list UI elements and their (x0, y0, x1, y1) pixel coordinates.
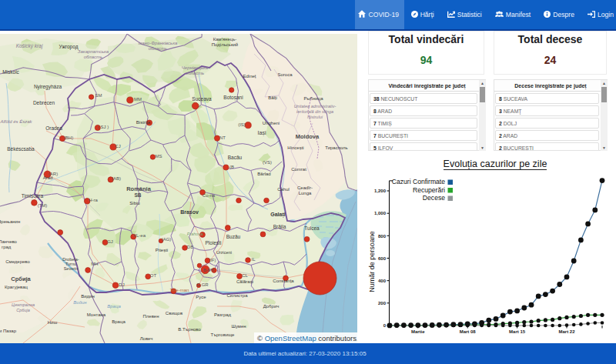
svg-text:Панчево: Панчево (0, 239, 18, 244)
svg-text:Враца: Враца (112, 319, 126, 324)
svg-text:Mart 15: Mart 15 (509, 329, 526, 334)
svg-text:Разград: Разград (214, 312, 232, 317)
svg-text:(IS): (IS) (238, 122, 246, 127)
svg-text:область: область (149, 46, 167, 51)
svg-text:Ужгород: Ужгород (59, 44, 79, 50)
svg-text:Constanța: Constanța (273, 279, 294, 283)
svg-text:Botoșani: Botoșani (223, 95, 243, 101)
svg-text:Шумен: Шумен (231, 324, 246, 329)
svg-text:NT: NT (219, 135, 226, 140)
svg-text:Tulcea: Tulcea (304, 225, 320, 231)
svg-text:Miskolc: Miskolc (2, 69, 19, 75)
svg-text:România: România (126, 185, 152, 192)
svg-text:Bârlad: Bârlad (257, 172, 270, 176)
svg-text:1,000: 1,000 (374, 211, 387, 215)
svg-text:Івано-Франківська: Івано-Франківська (139, 41, 179, 45)
svg-text:Galați: Galați (270, 212, 286, 218)
svg-text:Decese: Decese (423, 194, 445, 202)
svg-text:Alföld és Észak: Alföld és Észak (0, 119, 33, 124)
svg-text:Крагујевац: Крагујевац (5, 285, 28, 289)
svg-text:( SJ ): ( SJ ) (98, 125, 109, 129)
svg-text:Edineț: Edineț (243, 74, 256, 78)
svg-text:Централна: Централна (12, 302, 35, 307)
svg-text:SM: SM (95, 93, 102, 98)
svg-text:Добрич: Добрич (263, 304, 280, 309)
svg-text:Martie: Martie (411, 329, 425, 334)
svg-text:(AG): (AG) (162, 237, 172, 242)
svg-text:Moldova: Moldova (296, 133, 320, 140)
svg-text:H-ra: H-ra (89, 198, 98, 202)
svg-text:Békéscsaba: Békéscsaba (7, 146, 35, 152)
svg-text:Чернівецька: Чернівецька (182, 65, 209, 70)
svg-text:область: область (186, 71, 204, 75)
svg-text:Търговище: Търговище (211, 332, 236, 337)
svg-text:Urziceni: Urziceni (216, 250, 232, 255)
svg-text:MH: MH (91, 262, 98, 266)
svg-text:400: 400 (378, 279, 387, 283)
svg-text:Debrecen: Debrecen (33, 100, 55, 105)
svg-text:Кам'янець-: Кам'янець- (213, 37, 237, 42)
svg-text:DB: DB (187, 245, 193, 249)
svg-text:Hincești: Hincești (287, 145, 303, 150)
svg-text:Видин: Видин (81, 294, 95, 299)
svg-text:OT: OT (150, 273, 157, 278)
svg-text:CJ: CJ (115, 144, 120, 149)
svg-text:Cazuri Confirmate: Cazuri Confirmate (392, 178, 445, 185)
svg-text:1,200: 1,200 (374, 189, 387, 193)
svg-text:град: град (2, 245, 12, 249)
svg-text:Număr de persoane: Număr de persoane (368, 231, 376, 292)
svg-text:Cahul: Cahul (277, 187, 290, 192)
svg-text:Co-na: Co-na (203, 193, 216, 198)
svg-text:© OpenStreetMap contributors.: © OpenStreetMap contributors. (257, 334, 357, 342)
svg-text:В.Търново: В.Търново (178, 327, 201, 332)
svg-text:DJ: DJ (119, 282, 124, 287)
svg-text:G.GR: G.GR (196, 282, 209, 287)
svg-text:Mart 22: Mart 22 (558, 329, 575, 334)
svg-text:Ploiești: Ploiești (206, 240, 222, 246)
svg-text:Buzău: Buzău (226, 234, 241, 239)
svg-text:Силистра: Силистра (227, 293, 249, 298)
svg-text:SB: SB (134, 192, 141, 198)
svg-text:Монтана: Монтана (87, 312, 106, 317)
svg-text:Bacău: Bacău (228, 155, 243, 160)
svg-text:Рыбница: Рыбница (303, 96, 323, 101)
svg-text:Свищов: Свищов (166, 311, 182, 316)
svg-text:Recuperări: Recuperări (413, 186, 445, 194)
svg-text:Ниш: Ниш (48, 320, 58, 325)
svg-text:Видин: Видин (73, 300, 87, 305)
svg-text:Prahova: Prahova (187, 232, 203, 236)
svg-text:Soroca: Soroca (277, 72, 293, 77)
svg-text:Comrat: Comrat (291, 167, 306, 172)
svg-text:Србија: Србија (16, 308, 29, 312)
svg-text:(BH): (BH) (64, 135, 73, 140)
svg-text:Unitatea administrativ-: Unitatea administrativ- (294, 104, 336, 109)
svg-text:Русе: Русе (196, 295, 206, 299)
svg-text:MM: MM (134, 97, 142, 102)
svg-text:Закарпатська: Закарпатська (78, 49, 109, 54)
svg-text:CL: CL (242, 273, 248, 278)
svg-text:Brăila: Brăila (273, 224, 286, 229)
svg-text:Bălți: Bălți (268, 95, 277, 100)
svg-text:Sibiu: Sibiu (129, 201, 139, 205)
svg-text:Nyiregyháza: Nyiregyháza (34, 84, 62, 90)
svg-text:0: 0 (383, 323, 387, 328)
svg-text:Oradea: Oradea (45, 125, 62, 131)
svg-text:Lunga: Lunga (299, 191, 312, 195)
svg-text:и Пазар: и Пазар (0, 329, 17, 333)
svg-text:Ловеч: Ловеч (140, 336, 153, 341)
svg-text:Timișoara: Timișoara (22, 193, 44, 199)
svg-text:Bistrița: Bistrița (136, 120, 151, 125)
svg-text:Србија: Србија (11, 276, 31, 282)
svg-text:(TM): (TM) (38, 203, 48, 208)
svg-text:(AR): (AR) (49, 172, 58, 176)
svg-text:600: 600 (378, 256, 387, 261)
svg-text:Подільський: Подільський (212, 42, 238, 47)
svg-text:Košický kraj: Košický kraj (16, 43, 43, 49)
svg-text:200: 200 (378, 301, 387, 306)
svg-text:Ceadîr-: Ceadîr- (297, 185, 313, 190)
svg-text:Mart 08: Mart 08 (460, 329, 477, 334)
svg-text:B-STI: B-STI (203, 268, 215, 272)
svg-text:(IF): (IF) (209, 258, 216, 262)
svg-text:Tele-man: Tele-man (170, 288, 189, 292)
svg-text:Зрењанин: Зрењанин (0, 219, 20, 224)
